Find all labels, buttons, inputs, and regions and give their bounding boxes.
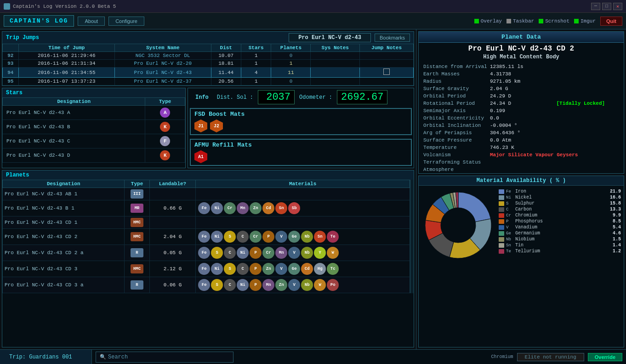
main-toolbar: CAPTAIN'S LOG About Configure Overlay Ta… bbox=[0, 13, 626, 29]
element-badge: Po bbox=[327, 279, 339, 291]
planet-data-label: Orbital Eccentricity bbox=[423, 115, 490, 121]
planet-designation: Pro Eurl NC-V d2-43 CD 3 bbox=[3, 261, 125, 277]
element-badge: Zn bbox=[262, 263, 274, 275]
planet-data-value bbox=[490, 167, 619, 172]
jump-row-stars: 1 bbox=[241, 78, 271, 85]
element-badge: S bbox=[211, 279, 223, 291]
override-button[interactable]: Override bbox=[588, 353, 622, 361]
status-right: Chromium Elite not running Override bbox=[491, 353, 626, 361]
donut-center bbox=[442, 209, 475, 242]
search-box[interactable]: 🔍 Search bbox=[96, 352, 233, 363]
afmu-badge: A1 bbox=[194, 150, 207, 163]
svg-rect-1 bbox=[506, 19, 511, 23]
stars-table: Designation Type Pro Eurl NC-V d2-43 A A… bbox=[2, 97, 185, 163]
planet-type-cell: HMC bbox=[125, 261, 149, 277]
jump-row-system[interactable]: Pro Eurl NC-V d2-20 bbox=[115, 60, 211, 68]
imgur-toggle[interactable]: Imgur bbox=[574, 18, 596, 24]
planet-type-badge: HMC bbox=[131, 232, 143, 241]
planet-data-value: 4.31738 bbox=[490, 71, 619, 77]
col-system: System Name bbox=[115, 44, 211, 52]
planet-gravity: 0.05 G bbox=[149, 245, 196, 261]
planet-gravity: 0.06 G bbox=[149, 277, 196, 293]
jump-row-system[interactable]: Pro Eurl NC-V d2-43 bbox=[115, 68, 211, 78]
planet-table-row[interactable]: Pro Eurl NC-V d2-43 CD 3 HMC 2.12 G FeNi… bbox=[3, 261, 410, 277]
about-button[interactable]: About bbox=[78, 17, 105, 26]
star-type-badge: A bbox=[160, 108, 170, 118]
planet-type-badge: III bbox=[131, 189, 143, 199]
tidal-lock-label: [Tidally Locked] bbox=[557, 101, 620, 106]
planets-section: Planets Designation Type Landable? Mater… bbox=[2, 170, 414, 347]
planet-designation: Pro Eurl NC-V d2-43 CD 2 bbox=[3, 229, 125, 245]
planet-data-label: Surface Gravity bbox=[423, 86, 490, 91]
quit-button[interactable]: Quit bbox=[600, 17, 622, 26]
planet-type-cell: HMC bbox=[125, 229, 149, 245]
legend-material-name: Carbon bbox=[515, 207, 608, 212]
element-badge: Sn bbox=[275, 202, 287, 214]
stars-title: Stars bbox=[6, 90, 23, 96]
bookmarks-button[interactable]: Bookmarks bbox=[375, 34, 410, 42]
maximize-button[interactable]: □ bbox=[602, 3, 611, 10]
jump-row-dist: 10.07 bbox=[211, 52, 241, 60]
close-button[interactable]: ✕ bbox=[613, 3, 622, 10]
col-jumpnotes: Jump Notes bbox=[360, 44, 414, 52]
element-badge: Cr bbox=[224, 202, 236, 214]
legend-material-name: Tellurium bbox=[515, 249, 611, 254]
legend-symbol: S bbox=[506, 201, 513, 206]
imgur-indicator bbox=[574, 19, 579, 23]
jump-table-row[interactable]: 94 2016-11-06 21:34:55 Pro Eurl NC-V d2-… bbox=[3, 68, 414, 78]
planet-data-row: VolcanismMajor Silicate Vapour Geysers bbox=[419, 151, 624, 159]
star-designation: Pro Eurl NC-V d2-43 B bbox=[3, 120, 145, 134]
trip-jumps-section: Trip Jumps Pro Eurl NC-V d2-43 Bookmarks… bbox=[2, 31, 414, 86]
overlay-toggle[interactable]: Overlay bbox=[474, 18, 502, 24]
star-type: F bbox=[145, 134, 185, 148]
element-badge: Zn bbox=[250, 202, 262, 214]
screenshot-toggle[interactable]: Scrnshot bbox=[539, 18, 569, 24]
jump-row-dist: 11.44 bbox=[211, 68, 241, 78]
configure-button[interactable]: Configure bbox=[108, 17, 144, 26]
jump-table-row[interactable]: 95 2016-11-07 13:37:23 Pro Eurl NC-V d2-… bbox=[3, 78, 414, 85]
jump-row-jumpnotes bbox=[360, 52, 414, 60]
jump-table-row[interactable]: 93 2016-11-06 21:31:34 Pro Eurl NC-V d2-… bbox=[3, 60, 414, 68]
planet-table-row[interactable]: Pro Eurl NC-V d2-43 CD 3 a R 0.06 G FeSC… bbox=[3, 277, 410, 293]
col-sysnotes: Sys Notes bbox=[311, 44, 360, 52]
jump-row-system[interactable]: Pro Eurl NC-V d2-37 bbox=[115, 78, 211, 85]
star-table-row[interactable]: Pro Eurl NC-V d2-43 B K bbox=[3, 120, 185, 134]
planet-table-row[interactable]: Pro Eurl NC-V d2-43 B 1 MR 0.66 G FeNiCr… bbox=[3, 200, 410, 216]
planet-data-label: Surface Pressure bbox=[423, 137, 490, 143]
legend-symbol: Ge bbox=[506, 231, 513, 236]
legend-symbol: Cr bbox=[506, 213, 513, 218]
planets-scrollbar[interactable] bbox=[410, 180, 414, 293]
legend-symbol: Sn bbox=[506, 243, 513, 248]
planet-data-row: Terraforming Status bbox=[419, 159, 624, 166]
element-badge: Fe bbox=[198, 247, 210, 259]
planet-table-row[interactable]: Pro Eurl NC-V d2-43 CD 2 a R 0.05 G FeSC… bbox=[3, 245, 410, 261]
star-table-row[interactable]: Pro Eurl NC-V d2-43 D K bbox=[3, 148, 185, 163]
element-badge: Fe bbox=[198, 231, 210, 243]
planet-table-row[interactable]: Pro Eurl NC-V d2-43 CD 2 HMC 2.04 G FeNi… bbox=[3, 229, 410, 245]
element-badge: P bbox=[250, 247, 262, 259]
jump-row-num: 93 bbox=[3, 60, 19, 68]
jump-table-row[interactable]: 92 2016-11-06 21:29:46 NGC 3532 Sector D… bbox=[3, 52, 414, 60]
col-time: Time of Jump bbox=[18, 44, 114, 52]
taskbar-toggle[interactable]: Taskbar bbox=[506, 18, 534, 24]
legend-swatch bbox=[499, 201, 504, 206]
planets-col-designation: Designation bbox=[3, 180, 125, 188]
planet-data-value: 2.04 G bbox=[490, 86, 619, 91]
legend-item: Ge Germanium 4.6 bbox=[499, 230, 621, 236]
stars-col-type: Type bbox=[145, 98, 185, 106]
planet-table-row[interactable]: Pro Eurl NC-V d2-43 CD 1 HMC bbox=[3, 216, 410, 229]
legend-symbol: P bbox=[506, 219, 513, 224]
planet-data-section: Planet Data Pro Eurl NC-V d2-43 CD 2 Hig… bbox=[418, 31, 624, 174]
search-input[interactable]: Search bbox=[108, 354, 128, 360]
jump-row-system[interactable]: NGC 3532 Sector DL bbox=[115, 52, 211, 60]
element-badge: V bbox=[288, 247, 300, 259]
planets-table: Designation Type Landable? Materials Pro… bbox=[2, 180, 410, 293]
planet-table-row[interactable]: Pro Eurl NC-V d2-43 AB 1 III bbox=[3, 188, 410, 200]
search-icon: 🔍 bbox=[100, 354, 106, 360]
planet-data-fields: Distance from Arrival12385.11 lsEarth Ma… bbox=[419, 63, 624, 173]
star-table-row[interactable]: Pro Eurl NC-V d2-43 A A bbox=[3, 106, 185, 120]
element-badge: Zn bbox=[275, 279, 287, 291]
star-table-row[interactable]: Pro Eurl NC-V d2-43 C F bbox=[3, 134, 185, 148]
jump-row-jumpnotes bbox=[360, 68, 414, 78]
minimize-button[interactable]: ─ bbox=[591, 3, 600, 10]
